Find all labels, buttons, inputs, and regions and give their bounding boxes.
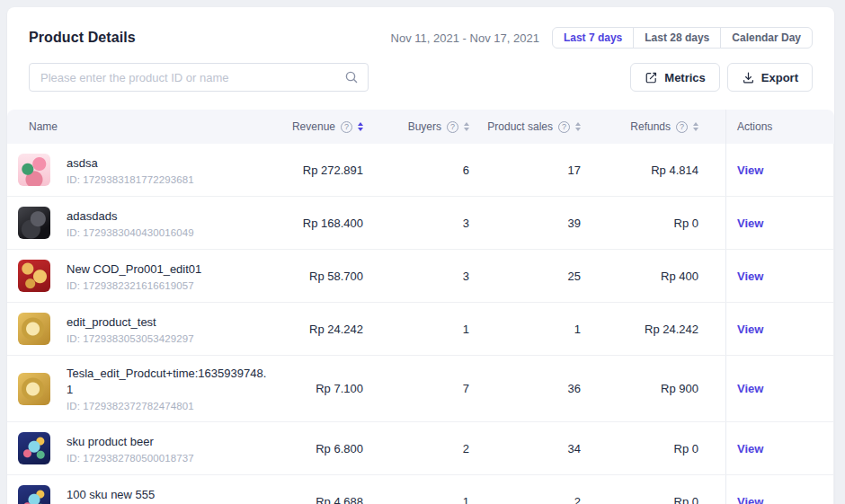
- product-name: Tesla_edit_Prodcut+time:1635939748.1: [67, 366, 268, 398]
- product-name-cell: New COD_Pro001_edit01 ID: 17293823216166…: [7, 250, 277, 302]
- toolbar-actions: Metrics Export: [630, 63, 813, 92]
- table-header: Name Revenue Buyers Product sales Refund…: [7, 110, 834, 144]
- product-sales-value: 2: [469, 495, 581, 504]
- product-id: ID: 1729383053053429297: [67, 333, 194, 344]
- product-id: ID: 1729382321616619057: [67, 280, 201, 291]
- column-header-name: Name: [7, 120, 277, 133]
- actions-cell: View: [725, 422, 806, 474]
- view-link[interactable]: View: [737, 323, 763, 336]
- range-option-calendar-day[interactable]: Calendar Day: [720, 27, 813, 49]
- search-input[interactable]: [29, 63, 369, 92]
- column-label: Revenue: [292, 120, 335, 133]
- range-option-last-7-days[interactable]: Last 7 days: [552, 27, 634, 49]
- buyers-value: 2: [363, 442, 469, 455]
- view-link[interactable]: View: [737, 382, 763, 395]
- product-name: sku product beer: [67, 434, 194, 450]
- product-thumbnail: [18, 207, 50, 239]
- column-header-product-sales[interactable]: Product sales: [469, 120, 581, 133]
- product-name-cell: asdsa ID: 1729383181772293681: [7, 144, 277, 196]
- column-header-revenue[interactable]: Revenue: [277, 120, 363, 133]
- product-details-card: Product Details Nov 11, 2021 - Nov 17, 2…: [7, 7, 834, 504]
- products-table: Name Revenue Buyers Product sales Refund…: [7, 110, 834, 504]
- revenue-value: Rp 6.800: [277, 442, 363, 455]
- product-name-cell: 100 sku new 555 ID: 1729383181772293683: [7, 475, 277, 504]
- refunds-value: Rp 0: [581, 442, 725, 455]
- refunds-value: Rp 400: [581, 270, 725, 283]
- product-id: ID: 1729382372782474801: [67, 401, 268, 411]
- product-thumbnail: [18, 373, 50, 405]
- product-name: 100 sku new 555: [67, 487, 194, 503]
- column-label: Product sales: [487, 120, 553, 133]
- range-option-last-28-days[interactable]: Last 28 days: [633, 27, 721, 49]
- product-id: ID: 1729383181772293681: [67, 174, 194, 185]
- table-row: asdsa ID: 1729383181772293681 Rp 272.891…: [7, 144, 833, 197]
- product-thumbnail: [18, 154, 50, 186]
- metrics-button-label: Metrics: [664, 71, 706, 84]
- table-row: adasdads ID: 1729383040430016049 Rp 168.…: [7, 197, 833, 250]
- product-name-cell: edit_product_test ID: 172938305305342929…: [7, 303, 277, 355]
- table-row: sku product beer ID: 1729382780500018737…: [7, 422, 833, 475]
- refunds-value: Rp 4.814: [581, 164, 725, 177]
- product-name: asdsa: [67, 155, 194, 172]
- product-thumbnail: [18, 485, 50, 504]
- buyers-value: 3: [363, 270, 469, 283]
- product-name-cell: adasdads ID: 1729383040430016049: [7, 197, 277, 249]
- product-name: New COD_Pro001_edit01: [67, 261, 201, 278]
- download-icon: [742, 71, 755, 84]
- product-name-cell: sku product beer ID: 1729382780500018737: [7, 422, 277, 474]
- column-header-buyers[interactable]: Buyers: [363, 120, 469, 133]
- product-thumbnail: [18, 260, 50, 292]
- view-link[interactable]: View: [737, 270, 763, 283]
- export-button[interactable]: Export: [727, 63, 813, 92]
- table-row: 100 sku new 555 ID: 1729383181772293683 …: [7, 475, 833, 504]
- actions-cell: View: [725, 356, 806, 421]
- product-id: ID: 1729382780500018737: [67, 453, 194, 464]
- help-icon[interactable]: [447, 121, 458, 133]
- help-icon[interactable]: [341, 121, 352, 133]
- toolbar: Metrics Export: [7, 49, 834, 92]
- refunds-value: Rp 900: [581, 382, 725, 395]
- help-icon[interactable]: [558, 121, 570, 133]
- refunds-value: Rp 0: [581, 217, 725, 230]
- product-sales-value: 34: [469, 442, 581, 455]
- date-controls: Nov 11, 2021 - Nov 17, 2021 Last 7 daysL…: [391, 27, 813, 49]
- column-label: Actions: [737, 120, 772, 133]
- column-label: Buyers: [408, 120, 441, 133]
- view-link[interactable]: View: [737, 217, 763, 230]
- help-icon[interactable]: [676, 121, 688, 133]
- table-body: asdsa ID: 1729383181772293681 Rp 272.891…: [7, 144, 834, 504]
- actions-cell: View: [725, 303, 806, 355]
- page-title: Product Details: [29, 30, 136, 46]
- product-sales-value: 25: [469, 270, 581, 283]
- actions-cell: View: [725, 144, 806, 196]
- buyers-value: 7: [363, 382, 469, 395]
- product-sales-value: 1: [469, 323, 581, 336]
- revenue-value: Rp 7.100: [277, 382, 363, 395]
- buyers-value: 6: [363, 164, 469, 177]
- view-link[interactable]: View: [737, 442, 763, 455]
- card-header: Product Details Nov 11, 2021 - Nov 17, 2…: [7, 7, 834, 49]
- product-name: edit_product_test: [67, 314, 194, 331]
- view-link[interactable]: View: [737, 164, 763, 177]
- metrics-button[interactable]: Metrics: [630, 63, 720, 92]
- sort-icon[interactable]: [693, 122, 698, 131]
- table-row: edit_product_test ID: 172938305305342929…: [7, 303, 833, 356]
- column-header-refunds[interactable]: Refunds: [581, 120, 725, 133]
- actions-cell: View: [725, 250, 806, 302]
- export-button-label: Export: [761, 71, 798, 84]
- date-range-switcher: Last 7 daysLast 28 daysCalendar Day: [552, 27, 813, 49]
- product-sales-value: 36: [469, 382, 581, 395]
- revenue-value: Rp 4.688: [277, 495, 363, 504]
- revenue-value: Rp 272.891: [277, 164, 363, 177]
- search-icon[interactable]: [344, 70, 359, 84]
- buyers-value: 1: [363, 495, 469, 504]
- actions-cell: View: [725, 197, 806, 249]
- buyers-value: 1: [363, 323, 469, 336]
- product-sales-value: 17: [469, 164, 581, 177]
- view-link[interactable]: View: [737, 495, 763, 504]
- table-row: Tesla_edit_Prodcut+time:1635939748.1 ID:…: [7, 356, 833, 422]
- product-id: ID: 1729383040430016049: [67, 227, 194, 238]
- revenue-value: Rp 168.400: [277, 217, 363, 230]
- refunds-value: Rp 0: [581, 495, 725, 504]
- refunds-value: Rp 24.242: [581, 323, 725, 336]
